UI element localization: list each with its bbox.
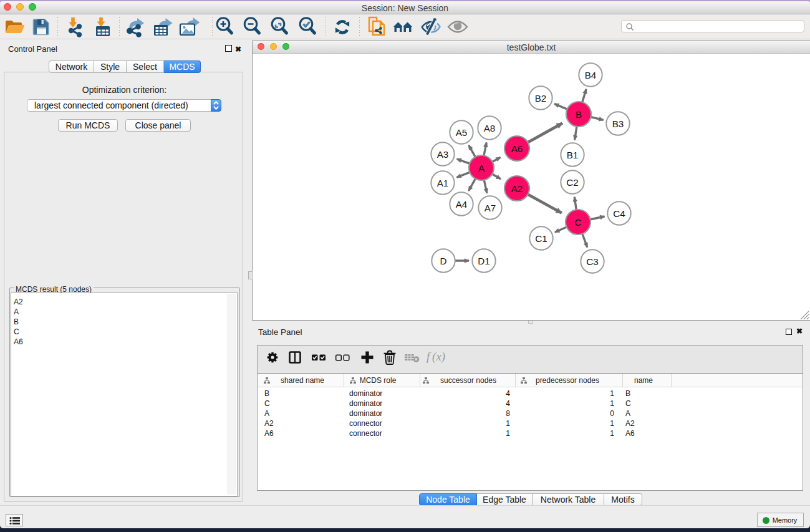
svg-text:B2: B2 — [535, 93, 547, 104]
svg-text:B3: B3 — [612, 118, 624, 129]
svg-text:A1: A1 — [437, 178, 449, 188]
svg-text:A3: A3 — [437, 149, 449, 160]
svg-text:C2: C2 — [566, 177, 578, 188]
svg-text:C: C — [575, 217, 582, 228]
svg-text:D: D — [440, 256, 447, 266]
svg-text:A: A — [478, 163, 485, 173]
svg-text:C1: C1 — [535, 233, 547, 244]
svg-text:B: B — [576, 109, 582, 120]
svg-text:A7: A7 — [485, 203, 496, 213]
svg-text:A6: A6 — [511, 143, 523, 154]
svg-text:C3: C3 — [586, 256, 598, 267]
svg-text:A2: A2 — [511, 183, 523, 194]
svg-text:B1: B1 — [567, 150, 579, 160]
svg-text:B4: B4 — [585, 70, 597, 80]
svg-text:D1: D1 — [478, 256, 489, 266]
svg-text:C4: C4 — [613, 208, 625, 219]
svg-text:A8: A8 — [484, 123, 496, 133]
svg-text:A4: A4 — [456, 199, 468, 210]
svg-text:A5: A5 — [456, 127, 468, 138]
